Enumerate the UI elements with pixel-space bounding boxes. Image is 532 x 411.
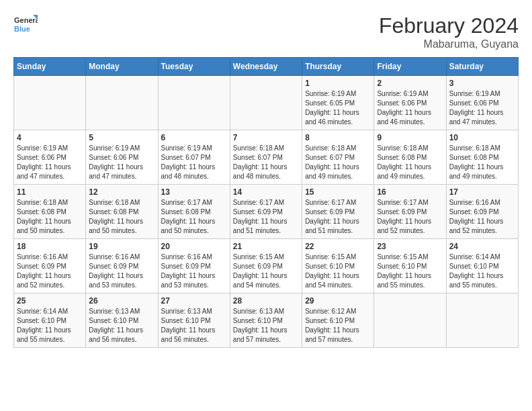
logo-svg: General Blue bbox=[13, 13, 38, 38]
col-header-tuesday: Tuesday bbox=[158, 58, 230, 76]
svg-text:General: General bbox=[14, 16, 38, 24]
day-info: Sunrise: 6:13 AM Sunset: 6:10 PM Dayligh… bbox=[89, 307, 154, 345]
page-title: February 2024 bbox=[379, 13, 519, 38]
calendar-cell: 14Sunrise: 6:17 AM Sunset: 6:09 PM Dayli… bbox=[230, 185, 302, 239]
calendar-header-row: SundayMondayTuesdayWednesdayThursdayFrid… bbox=[14, 58, 519, 76]
calendar-cell bbox=[230, 76, 302, 130]
week-row-3: 11Sunrise: 6:18 AM Sunset: 6:08 PM Dayli… bbox=[14, 185, 519, 239]
day-info: Sunrise: 6:15 AM Sunset: 6:10 PM Dayligh… bbox=[305, 253, 371, 290]
calendar-cell bbox=[374, 293, 446, 348]
day-info: Sunrise: 6:16 AM Sunset: 6:09 PM Dayligh… bbox=[17, 253, 83, 290]
calendar-cell: 4Sunrise: 6:19 AM Sunset: 6:06 PM Daylig… bbox=[14, 130, 86, 185]
calendar-cell: 20Sunrise: 6:16 AM Sunset: 6:09 PM Dayli… bbox=[158, 239, 230, 293]
calendar-cell: 29Sunrise: 6:12 AM Sunset: 6:10 PM Dayli… bbox=[302, 293, 374, 348]
day-number: 25 bbox=[17, 296, 83, 306]
calendar-cell: 6Sunrise: 6:19 AM Sunset: 6:07 PM Daylig… bbox=[158, 130, 230, 185]
day-number: 11 bbox=[17, 187, 83, 197]
calendar-cell: 22Sunrise: 6:15 AM Sunset: 6:10 PM Dayli… bbox=[302, 239, 374, 293]
day-number: 24 bbox=[449, 242, 515, 251]
calendar-cell: 17Sunrise: 6:16 AM Sunset: 6:09 PM Dayli… bbox=[446, 185, 518, 239]
day-info: Sunrise: 6:18 AM Sunset: 6:08 PM Dayligh… bbox=[17, 198, 83, 236]
calendar-cell: 5Sunrise: 6:19 AM Sunset: 6:06 PM Daylig… bbox=[86, 130, 158, 185]
day-number: 21 bbox=[233, 242, 299, 251]
day-number: 2 bbox=[377, 79, 443, 88]
week-row-2: 4Sunrise: 6:19 AM Sunset: 6:06 PM Daylig… bbox=[14, 130, 519, 185]
calendar-cell: 18Sunrise: 6:16 AM Sunset: 6:09 PM Dayli… bbox=[14, 239, 86, 293]
day-info: Sunrise: 6:19 AM Sunset: 6:05 PM Dayligh… bbox=[305, 89, 371, 127]
logo: General Blue bbox=[13, 13, 38, 38]
calendar-cell: 25Sunrise: 6:14 AM Sunset: 6:10 PM Dayli… bbox=[14, 293, 86, 348]
day-info: Sunrise: 6:16 AM Sunset: 6:09 PM Dayligh… bbox=[89, 253, 154, 290]
day-info: Sunrise: 6:18 AM Sunset: 6:08 PM Dayligh… bbox=[449, 144, 515, 181]
day-info: Sunrise: 6:19 AM Sunset: 6:06 PM Dayligh… bbox=[377, 89, 443, 127]
day-info: Sunrise: 6:19 AM Sunset: 6:06 PM Dayligh… bbox=[17, 144, 83, 181]
day-number: 9 bbox=[377, 133, 443, 142]
col-header-monday: Monday bbox=[86, 58, 158, 76]
day-info: Sunrise: 6:18 AM Sunset: 6:08 PM Dayligh… bbox=[89, 198, 154, 236]
day-number: 6 bbox=[161, 133, 227, 142]
week-row-1: 1Sunrise: 6:19 AM Sunset: 6:05 PM Daylig… bbox=[14, 76, 519, 130]
calendar-cell: 13Sunrise: 6:17 AM Sunset: 6:08 PM Dayli… bbox=[158, 185, 230, 239]
day-info: Sunrise: 6:15 AM Sunset: 6:09 PM Dayligh… bbox=[233, 253, 299, 290]
day-info: Sunrise: 6:18 AM Sunset: 6:07 PM Dayligh… bbox=[233, 144, 299, 181]
day-number: 1 bbox=[305, 79, 371, 88]
day-info: Sunrise: 6:14 AM Sunset: 6:10 PM Dayligh… bbox=[17, 307, 83, 345]
day-info: Sunrise: 6:17 AM Sunset: 6:09 PM Dayligh… bbox=[377, 198, 443, 236]
calendar-cell: 8Sunrise: 6:18 AM Sunset: 6:07 PM Daylig… bbox=[302, 130, 374, 185]
day-number: 7 bbox=[233, 133, 299, 142]
day-number: 29 bbox=[305, 296, 371, 306]
col-header-thursday: Thursday bbox=[302, 58, 374, 76]
calendar-cell: 23Sunrise: 6:15 AM Sunset: 6:10 PM Dayli… bbox=[374, 239, 446, 293]
calendar-cell bbox=[86, 76, 158, 130]
day-info: Sunrise: 6:17 AM Sunset: 6:09 PM Dayligh… bbox=[305, 198, 371, 236]
day-number: 27 bbox=[161, 296, 227, 306]
calendar-cell bbox=[14, 76, 86, 130]
calendar-cell: 24Sunrise: 6:14 AM Sunset: 6:10 PM Dayli… bbox=[446, 239, 518, 293]
calendar-cell: 15Sunrise: 6:17 AM Sunset: 6:09 PM Dayli… bbox=[302, 185, 374, 239]
day-number: 26 bbox=[89, 296, 154, 306]
day-info: Sunrise: 6:13 AM Sunset: 6:10 PM Dayligh… bbox=[161, 307, 227, 345]
day-info: Sunrise: 6:17 AM Sunset: 6:08 PM Dayligh… bbox=[161, 198, 227, 236]
day-info: Sunrise: 6:16 AM Sunset: 6:09 PM Dayligh… bbox=[161, 253, 227, 290]
day-info: Sunrise: 6:15 AM Sunset: 6:10 PM Dayligh… bbox=[377, 253, 443, 290]
day-number: 28 bbox=[233, 296, 299, 306]
calendar-cell: 19Sunrise: 6:16 AM Sunset: 6:09 PM Dayli… bbox=[86, 239, 158, 293]
day-number: 8 bbox=[305, 133, 371, 142]
calendar-cell: 1Sunrise: 6:19 AM Sunset: 6:05 PM Daylig… bbox=[302, 76, 374, 130]
calendar-table: SundayMondayTuesdayWednesdayThursdayFrid… bbox=[13, 57, 519, 348]
day-info: Sunrise: 6:18 AM Sunset: 6:08 PM Dayligh… bbox=[377, 144, 443, 181]
calendar-cell: 27Sunrise: 6:13 AM Sunset: 6:10 PM Dayli… bbox=[158, 293, 230, 348]
day-number: 22 bbox=[305, 242, 371, 251]
day-number: 4 bbox=[17, 133, 83, 142]
calendar-cell: 10Sunrise: 6:18 AM Sunset: 6:08 PM Dayli… bbox=[446, 130, 518, 185]
day-number: 3 bbox=[449, 79, 515, 88]
calendar-cell: 28Sunrise: 6:13 AM Sunset: 6:10 PM Dayli… bbox=[230, 293, 302, 348]
calendar-cell: 7Sunrise: 6:18 AM Sunset: 6:07 PM Daylig… bbox=[230, 130, 302, 185]
day-info: Sunrise: 6:12 AM Sunset: 6:10 PM Dayligh… bbox=[305, 307, 371, 345]
day-info: Sunrise: 6:16 AM Sunset: 6:09 PM Dayligh… bbox=[449, 198, 515, 236]
day-number: 20 bbox=[161, 242, 227, 251]
calendar-cell: 2Sunrise: 6:19 AM Sunset: 6:06 PM Daylig… bbox=[374, 76, 446, 130]
day-number: 12 bbox=[89, 187, 154, 197]
calendar-cell: 3Sunrise: 6:19 AM Sunset: 6:06 PM Daylig… bbox=[446, 76, 518, 130]
col-header-wednesday: Wednesday bbox=[230, 58, 302, 76]
calendar-cell: 11Sunrise: 6:18 AM Sunset: 6:08 PM Dayli… bbox=[14, 185, 86, 239]
day-number: 17 bbox=[449, 187, 515, 197]
day-info: Sunrise: 6:14 AM Sunset: 6:10 PM Dayligh… bbox=[449, 253, 515, 290]
week-row-5: 25Sunrise: 6:14 AM Sunset: 6:10 PM Dayli… bbox=[14, 293, 519, 348]
day-info: Sunrise: 6:18 AM Sunset: 6:07 PM Dayligh… bbox=[305, 144, 371, 181]
day-info: Sunrise: 6:19 AM Sunset: 6:06 PM Dayligh… bbox=[449, 89, 515, 127]
page-subtitle: Mabaruma, Guyana bbox=[379, 38, 519, 50]
calendar-cell bbox=[158, 76, 230, 130]
day-number: 16 bbox=[377, 187, 443, 197]
calendar-cell: 12Sunrise: 6:18 AM Sunset: 6:08 PM Dayli… bbox=[86, 185, 158, 239]
day-number: 13 bbox=[161, 187, 227, 197]
day-info: Sunrise: 6:13 AM Sunset: 6:10 PM Dayligh… bbox=[233, 307, 299, 345]
col-header-sunday: Sunday bbox=[14, 58, 86, 76]
page-header: General Blue February 2024 Mabaruma, Guy… bbox=[13, 13, 519, 50]
day-number: 10 bbox=[449, 133, 515, 142]
calendar-cell: 26Sunrise: 6:13 AM Sunset: 6:10 PM Dayli… bbox=[86, 293, 158, 348]
day-number: 19 bbox=[89, 242, 154, 251]
svg-text:Blue: Blue bbox=[14, 25, 30, 33]
day-number: 18 bbox=[17, 242, 83, 251]
